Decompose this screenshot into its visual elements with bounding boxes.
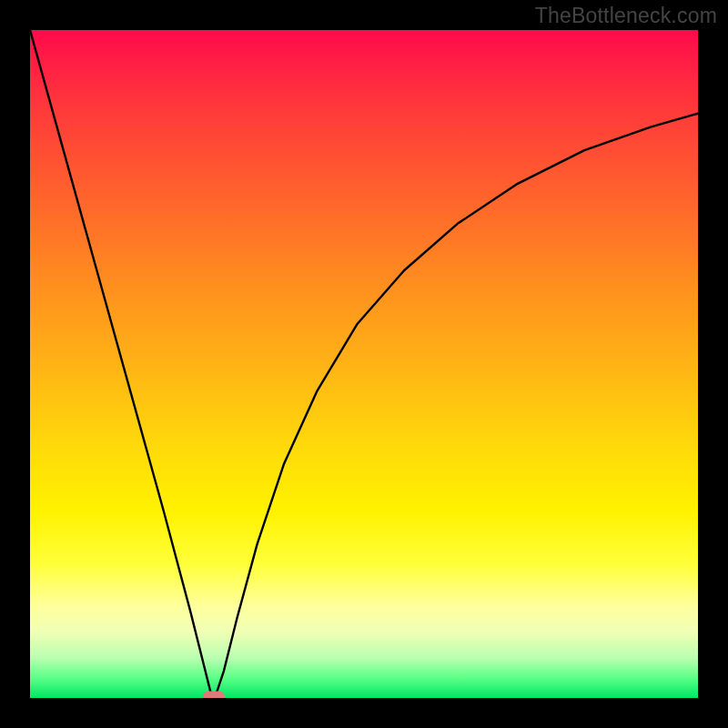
chart-frame: TheBottleneck.com: [0, 0, 728, 728]
bottleneck-curve: [30, 30, 698, 698]
chart-svg: [30, 30, 698, 698]
optimum-marker: [203, 692, 225, 699]
watermark-text: TheBottleneck.com: [535, 4, 717, 28]
